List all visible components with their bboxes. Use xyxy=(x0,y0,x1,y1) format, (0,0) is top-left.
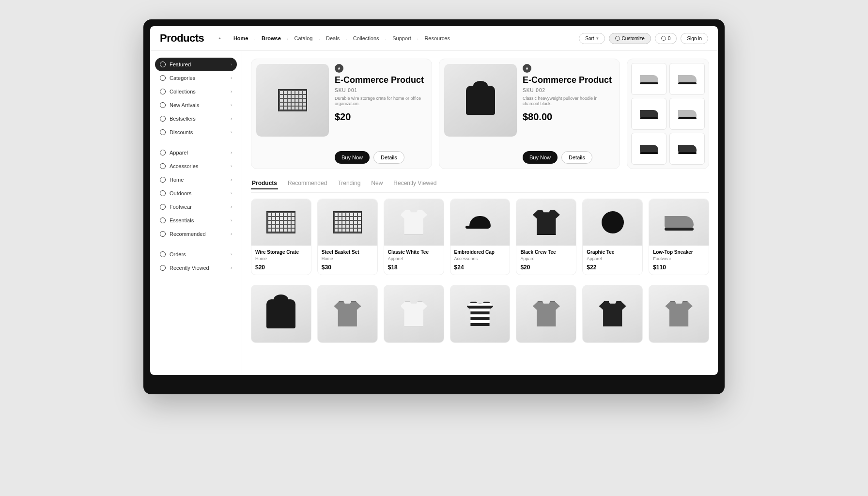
category-icon xyxy=(160,204,166,210)
featured-price: $80.00 xyxy=(523,111,615,123)
product-image xyxy=(251,199,311,246)
product-card[interactable] xyxy=(582,285,643,343)
sidebar-item[interactable]: Collections› xyxy=(155,85,237,98)
product-image xyxy=(450,199,510,246)
product-card[interactable]: Wire Storage CrateHome$20 xyxy=(251,199,311,275)
product-card[interactable]: Black Crew TeeApparel$20 xyxy=(516,199,576,275)
product-card[interactable]: Low-Top SneakerFootwear$110 xyxy=(649,199,709,275)
chevron-right-icon: › xyxy=(231,265,232,270)
chevron-right-icon: › xyxy=(231,218,232,223)
top-nav: Home·Browse·Catalog·Deals·Collections·Su… xyxy=(230,33,570,43)
sidebar-item-label: Recently Viewed xyxy=(170,265,209,271)
sidebar-item-label: Collections xyxy=(170,89,196,94)
nav-item[interactable]: Collections xyxy=(349,33,383,43)
sidebar-item[interactable]: Discounts› xyxy=(155,125,237,139)
sidebar-item[interactable]: Footwear› xyxy=(155,200,237,214)
shelf-cell xyxy=(669,63,705,95)
featured-card[interactable]: ★ E-Commerce Product SKU 002 Classic hea… xyxy=(439,59,620,169)
category-icon xyxy=(160,62,166,67)
product-card[interactable]: Embroidered CapAccessories$24 xyxy=(450,199,511,275)
separator-dot: · xyxy=(287,35,289,42)
details-button[interactable]: Details xyxy=(373,151,404,164)
customize-button[interactable]: Customize xyxy=(609,33,651,44)
tab[interactable]: Trending xyxy=(337,178,361,189)
shelf-card[interactable] xyxy=(627,59,709,169)
separator-dot: · xyxy=(318,35,320,42)
product-card[interactable] xyxy=(251,285,311,343)
category-icon xyxy=(160,129,166,135)
sidebar-item[interactable]: Essentials› xyxy=(155,214,237,227)
product-category: Accessories xyxy=(454,256,506,261)
product-title: Black Crew Tee xyxy=(520,249,572,255)
nav-item[interactable]: Browse xyxy=(258,33,285,43)
product-card[interactable] xyxy=(317,285,378,343)
sidebar-item-label: Footwear xyxy=(170,204,192,210)
product-category: Home xyxy=(322,256,373,261)
sidebar-item[interactable]: Categories› xyxy=(155,71,237,85)
sidebar-item[interactable]: New Arrivals› xyxy=(155,98,237,112)
featured-subtitle: SKU 002 xyxy=(523,88,615,93)
cart-button[interactable]: 0 xyxy=(655,33,677,44)
sidebar-item[interactable]: Featured› xyxy=(155,58,237,71)
tab[interactable]: New xyxy=(370,178,384,189)
nav-item[interactable]: Catalog xyxy=(290,33,316,43)
chevron-right-icon: › xyxy=(231,191,232,196)
category-icon xyxy=(160,75,166,81)
product-card[interactable]: Graphic TeeApparel$22 xyxy=(582,199,643,275)
account-button[interactable]: Sign in xyxy=(681,33,708,44)
sidebar-item[interactable]: Recommended› xyxy=(155,227,237,241)
product-card[interactable] xyxy=(649,285,709,343)
nav-item[interactable]: Resources xyxy=(420,33,454,43)
nav-item[interactable]: Deals xyxy=(322,33,343,43)
sidebar-item[interactable]: Outdoors› xyxy=(155,186,237,200)
sort-button[interactable]: Sort▾ xyxy=(579,33,604,44)
tab[interactable]: Recommended xyxy=(287,178,328,189)
sidebar-item-label: Categories xyxy=(170,75,195,81)
sidebar-item-label: Recommended xyxy=(170,231,206,237)
product-grid-row-2 xyxy=(251,285,709,343)
product-title: Embroidered Cap xyxy=(454,249,506,255)
product-card[interactable] xyxy=(450,285,511,343)
sidebar-item[interactable]: Home› xyxy=(155,173,237,186)
sidebar-separator xyxy=(155,241,237,248)
buy-now-button[interactable]: Buy Now xyxy=(335,151,370,164)
chevron-right-icon: › xyxy=(231,116,232,121)
featured-card[interactable]: ★ E-Commerce Product SKU 001 Durable wir… xyxy=(251,59,432,169)
sidebar-item[interactable]: Recently Viewed› xyxy=(155,261,237,275)
tab[interactable]: Recently Viewed xyxy=(392,178,437,189)
sidebar-item-label: Apparel xyxy=(170,150,188,155)
sidebar-item-label: Bestsellers xyxy=(170,116,196,122)
sidebar-item[interactable]: Accessories› xyxy=(155,159,237,173)
sidebar-item[interactable]: Orders› xyxy=(155,248,237,261)
buy-now-button[interactable]: Buy Now xyxy=(523,151,558,164)
product-card[interactable]: Steel Basket SetHome$30 xyxy=(317,199,378,275)
product-price: $20 xyxy=(520,264,572,271)
product-card[interactable]: Classic White TeeApparel$18 xyxy=(384,199,444,275)
product-category: Apparel xyxy=(388,256,440,261)
nav-item[interactable]: Support xyxy=(388,33,415,43)
sidebar-item[interactable]: Apparel› xyxy=(155,146,237,159)
chevron-right-icon: › xyxy=(231,103,232,108)
product-price: $24 xyxy=(454,264,506,271)
shelf-cell xyxy=(669,98,705,130)
product-image xyxy=(583,199,642,246)
nav-item[interactable]: Home xyxy=(230,33,252,43)
category-icon xyxy=(160,102,166,108)
product-image xyxy=(516,199,576,246)
product-card[interactable] xyxy=(516,285,576,343)
chevron-right-icon: › xyxy=(231,76,232,80)
category-icon xyxy=(160,231,166,237)
product-category: Footwear xyxy=(653,256,705,261)
app-screen: Products • Home·Browse·Catalog·Deals·Col… xyxy=(150,26,718,375)
product-tabs: ProductsRecommendedTrendingNewRecently V… xyxy=(251,178,709,193)
separator-dot: · xyxy=(385,35,387,42)
product-price: $30 xyxy=(322,264,373,271)
tab[interactable]: Products xyxy=(251,178,278,189)
sidebar-item[interactable]: Bestsellers› xyxy=(155,112,237,125)
sidebar-separator xyxy=(155,139,237,146)
shelf-cell xyxy=(669,133,705,165)
product-card[interactable] xyxy=(384,285,444,343)
featured-description: Classic heavyweight pullover hoodie in c… xyxy=(523,96,615,107)
sidebar-item-label: Orders xyxy=(170,251,186,257)
details-button[interactable]: Details xyxy=(561,151,592,164)
